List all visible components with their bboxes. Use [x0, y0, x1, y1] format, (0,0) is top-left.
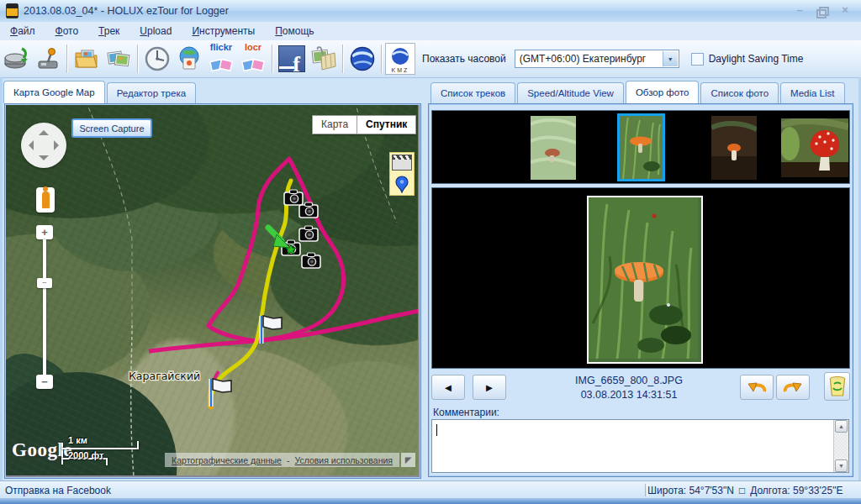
- tab-media-list[interactable]: Media List: [780, 82, 844, 103]
- placemark-pin-icon[interactable]: [394, 175, 409, 193]
- pan-right-icon[interactable]: [54, 140, 59, 150]
- corner-arrow-icon[interactable]: ◤: [401, 453, 415, 467]
- zoom-slider-handle[interactable]: −: [37, 278, 52, 288]
- dst-checkbox[interactable]: [691, 53, 704, 66]
- device-config-button[interactable]: [32, 43, 64, 75]
- main-photo: [587, 196, 703, 364]
- track-overlay: Карагайский: [6, 105, 418, 475]
- toolbar-separator: [137, 45, 139, 73]
- attribution-link[interactable]: Картографические данные: [172, 455, 282, 465]
- map-mini-toolbar: [389, 152, 415, 196]
- open-photo-folder-button[interactable]: [71, 43, 103, 75]
- photo-thumbnail[interactable]: [531, 116, 576, 180]
- pan-left-icon[interactable]: [29, 140, 34, 150]
- thumbnail-strip[interactable]: [431, 110, 850, 184]
- device-config-icon: [34, 45, 61, 72]
- toolbar-separator: [342, 45, 344, 73]
- locr-wordmark: locr: [237, 42, 269, 52]
- longitude-value: Долгота: 59°33'25"E: [750, 485, 843, 496]
- menu-photo[interactable]: Фото: [45, 24, 89, 39]
- menu-file[interactable]: Файл: [0, 24, 45, 39]
- photo-thumbnail[interactable]: [711, 116, 757, 180]
- rotate-left-button[interactable]: [740, 375, 774, 400]
- menu-help[interactable]: Помощь: [265, 24, 324, 39]
- facebook-button[interactable]: f: [276, 43, 308, 75]
- photo-map-icon: [309, 45, 338, 73]
- menu-tools[interactable]: Инструменты: [182, 24, 265, 39]
- tab-google-map[interactable]: Карта Google Map: [3, 81, 105, 103]
- pegman-icon: [42, 192, 50, 208]
- latitude-value: Широта: 54°7'53"N: [647, 485, 734, 496]
- clock-icon: [143, 45, 172, 73]
- map-scale: 1 км 2000 фт: [61, 438, 171, 466]
- restore-button[interactable]: [814, 3, 832, 18]
- photo-viewer: [431, 187, 850, 369]
- camera-marker: [302, 253, 320, 268]
- menu-upload[interactable]: Upload: [129, 24, 182, 39]
- tab-photo-list[interactable]: Список фото: [700, 82, 779, 103]
- toolbar-separator: [381, 45, 383, 73]
- chevron-down-icon[interactable]: ▼: [663, 51, 678, 66]
- photo-thumbnail-selected[interactable]: [617, 113, 665, 181]
- photo-datetime: 03.08.2013 14:31:51: [503, 389, 755, 401]
- status-coordinates: Широта: 54°7'53"N □ Долгота: 59°33'25"E: [647, 485, 843, 496]
- web-album-button[interactable]: [173, 43, 205, 75]
- clock-button[interactable]: [141, 43, 173, 75]
- scroll-down-icon[interactable]: ▼: [835, 459, 848, 472]
- satellite-mode-button[interactable]: Спутник: [357, 115, 416, 134]
- delete-photo-button[interactable]: [824, 372, 850, 401]
- close-button[interactable]: ×: [836, 3, 854, 18]
- flickr-icon: [208, 49, 235, 76]
- photo-thumbnail[interactable]: [781, 118, 848, 177]
- tab-speed-altitude[interactable]: Speed/Altitude View: [517, 82, 624, 103]
- toolbar-separator: [66, 45, 68, 73]
- timezone-value: (GMT+06:00) Екатеринбург: [520, 53, 647, 65]
- flickr-button[interactable]: flickr: [205, 43, 237, 75]
- pegman-control[interactable]: [36, 187, 55, 213]
- screen-capture-button[interactable]: Screen Capture: [71, 118, 152, 138]
- add-photos-icon: [105, 45, 132, 72]
- thumbnail-image: [781, 118, 848, 177]
- terms-link[interactable]: Условия использования: [294, 455, 393, 465]
- zoom-out-button[interactable]: −: [36, 375, 53, 389]
- timezone-select[interactable]: (GMT+06:00) Екатеринбург ▼: [515, 50, 679, 68]
- next-photo-button[interactable]: ►: [473, 375, 506, 400]
- previous-icon: ◄: [443, 381, 454, 394]
- map-attribution: Картографические данные - Условия исполь…: [165, 453, 399, 467]
- read-device-button[interactable]: [0, 43, 32, 75]
- map-pan-control[interactable]: [21, 123, 66, 168]
- rotate-right-button[interactable]: [776, 375, 810, 400]
- locr-button[interactable]: locr: [237, 43, 269, 75]
- menu-track[interactable]: Трек: [88, 24, 129, 39]
- scroll-up-icon[interactable]: ▲: [835, 420, 848, 433]
- kmz-label: KMZ: [386, 67, 415, 73]
- google-earth-icon: [348, 45, 377, 73]
- map-canvas[interactable]: Карагайский Screen Capture Карта Спутник: [6, 105, 418, 475]
- pan-down-icon[interactable]: [39, 155, 49, 160]
- comments-scrollbar[interactable]: ▲ ▼: [833, 420, 848, 472]
- window-frame-bottom: [0, 498, 861, 504]
- map-panel: Карагайский Screen Capture Карта Спутник: [4, 103, 421, 479]
- previous-photo-button[interactable]: ◄: [431, 375, 465, 400]
- add-photos-button[interactable]: [103, 43, 135, 75]
- left-tab-row: Карта Google Map Редактор трека: [3, 81, 198, 103]
- track-yellow: [210, 181, 291, 407]
- menu-bar: Файл Фото Трек Upload Инструменты Помощь: [0, 22, 861, 41]
- photo-panel: ◄ ► IMG_6659_800_8.JPG 03.08.2013 14:31:…: [428, 103, 853, 477]
- export-kmz-button[interactable]: KMZ: [385, 43, 415, 75]
- title-bar[interactable]: 2013.08.03_04* - HOLUX ezTour for Logger…: [0, 0, 861, 23]
- tab-track-list[interactable]: Список треков: [430, 82, 515, 103]
- photo-map-button[interactable]: [308, 43, 340, 75]
- pan-up-icon[interactable]: [39, 130, 49, 135]
- comments-input[interactable]: ▲ ▼: [431, 419, 849, 473]
- window-title: 2013.08.03_04* - HOLUX ezTour for Logger: [24, 5, 229, 17]
- map-mode-button[interactable]: Карта: [312, 115, 357, 134]
- trash-icon: [828, 375, 847, 397]
- zoom-in-button[interactable]: +: [36, 225, 53, 239]
- tab-photo-view[interactable]: Обзор фото: [626, 81, 700, 103]
- zoom-slider-track[interactable]: [43, 239, 46, 375]
- google-earth-button[interactable]: [346, 43, 378, 75]
- tab-track-editor[interactable]: Редактор трека: [107, 82, 196, 103]
- movie-icon[interactable]: [392, 155, 412, 171]
- minimize-button[interactable]: –: [790, 3, 809, 18]
